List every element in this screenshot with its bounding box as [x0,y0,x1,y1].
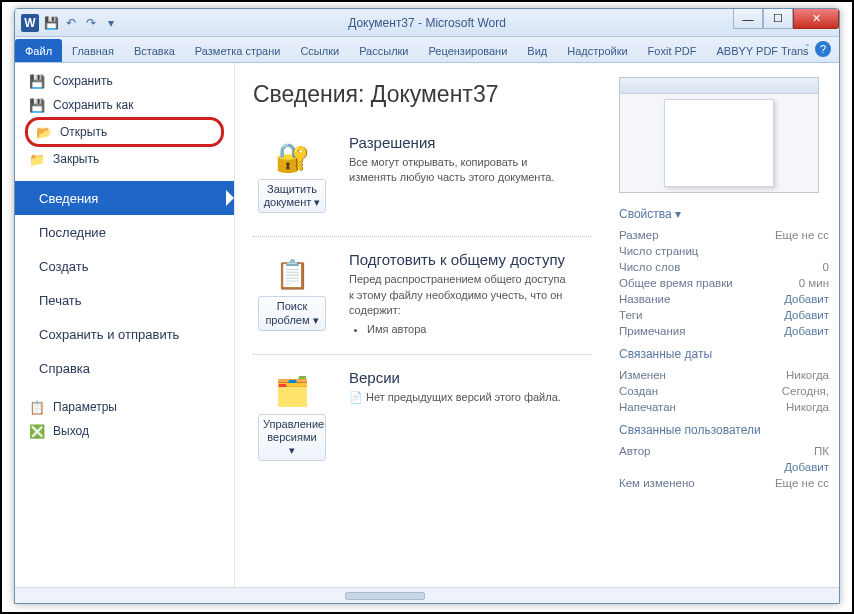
backstage-menu: 💾Сохранить 💾Сохранить как 📂Открыть 📁Закр… [15,63,235,603]
tab-insert[interactable]: Вставка [124,39,185,62]
save-icon: 💾 [29,73,45,89]
prepare-title: Подготовить к общему доступу [349,251,569,268]
titlebar: W 💾 ↶ ↷ ▾ Документ37 - Microsoft Word — … [15,9,839,37]
add-title-link[interactable]: Добавит [784,293,829,305]
word-app-icon: W [21,14,39,32]
check-issues-button[interactable]: 📋 Поиск проблем ▾ [253,251,331,335]
properties-panel: Свойства ▾ РазмерЕще не сс Число страниц… [609,63,839,603]
menu-options[interactable]: 📋Параметры [15,395,234,419]
options-icon: 📋 [29,399,45,415]
prepare-bullet: Имя автора [367,323,569,335]
properties-heading[interactable]: Свойства ▾ [619,207,829,221]
horizontal-scrollbar[interactable] [15,587,839,603]
add-comments-link[interactable]: Добавит [784,325,829,337]
tab-foxit[interactable]: Foxit PDF [638,39,707,62]
qat-save-icon[interactable]: 💾 [43,15,59,31]
lock-icon: 🔐 [274,139,310,175]
tab-home[interactable]: Главная [62,39,124,62]
versions-icon: 🗂️ [274,374,310,410]
tab-page-layout[interactable]: Разметка страни [185,39,291,62]
manage-versions-button[interactable]: 🗂️ Управление версиями ▾ [253,369,331,467]
menu-close[interactable]: 📁Закрыть [15,147,234,171]
close-button[interactable]: ✕ [793,9,839,29]
menu-info[interactable]: Сведения [15,181,234,215]
tab-view[interactable]: Вид [517,39,557,62]
permissions-body: Все могут открывать, копировать и изменя… [349,155,569,186]
add-tags-link[interactable]: Добавит [784,309,829,321]
maximize-button[interactable]: ☐ [763,9,793,29]
tab-mailings[interactable]: Рассылки [349,39,418,62]
menu-new[interactable]: Создать [15,249,234,283]
menu-recent[interactable]: Последние [15,215,234,249]
exit-icon: ❎ [29,423,45,439]
tab-addins[interactable]: Надстройки [557,39,637,62]
tab-abbyy[interactable]: ABBYY PDF Trans [707,39,819,62]
checklist-icon: 📋 [274,256,310,292]
protect-document-button[interactable]: 🔐 Защитить документ ▾ [253,134,331,218]
permissions-title: Разрешения [349,134,569,151]
help-icon[interactable]: ? [815,41,831,57]
tab-references[interactable]: Ссылки [290,39,349,62]
document-preview [619,77,819,193]
tab-file[interactable]: Файл [15,39,62,62]
versions-title: Версии [349,369,561,386]
ribbon-collapse-icon[interactable]: ˆ [806,44,809,55]
menu-print[interactable]: Печать [15,283,234,317]
add-author-link[interactable]: Добавит [784,461,829,473]
ribbon-tabs: Файл Главная Вставка Разметка страни Ссы… [15,37,839,63]
app-window: W 💾 ↶ ↷ ▾ Документ37 - Microsoft Word — … [14,8,840,604]
folder-close-icon: 📁 [29,151,45,167]
related-people-heading: Связанные пользователи [619,423,829,437]
menu-share[interactable]: Сохранить и отправить [15,317,234,351]
versions-body: 📄 Нет предыдущих версий этого файла. [349,390,561,405]
menu-help[interactable]: Справка [15,351,234,385]
backstage-view: 💾Сохранить 💾Сохранить как 📂Открыть 📁Закр… [15,63,839,603]
quick-access-toolbar: W 💾 ↶ ↷ ▾ [15,14,119,32]
related-dates-heading: Связанные даты [619,347,829,361]
menu-open[interactable]: 📂Открыть [25,117,224,147]
window-title: Документ37 - Microsoft Word [348,16,506,30]
save-as-icon: 💾 [29,97,45,113]
menu-exit[interactable]: ❎Выход [15,419,234,443]
menu-save-as[interactable]: 💾Сохранить как [15,93,234,117]
prepare-section: 📋 Поиск проблем ▾ Подготовить к общему д… [253,243,591,354]
qat-dropdown-icon[interactable]: ▾ [103,15,119,31]
minimize-button[interactable]: — [733,9,763,29]
versions-section: 🗂️ Управление версиями ▾ Версии 📄 Нет пр… [253,361,591,485]
folder-open-icon: 📂 [36,124,52,140]
menu-save[interactable]: 💾Сохранить [15,69,234,93]
info-heading: Сведения: Документ37 [253,81,591,108]
prepare-body: Перед распространением общего доступа к … [349,272,569,318]
info-panel: Сведения: Документ37 🔐 Защитить документ… [235,63,609,603]
qat-undo-icon[interactable]: ↶ [63,15,79,31]
permissions-section: 🔐 Защитить документ ▾ Разрешения Все мог… [253,126,591,237]
tab-review[interactable]: Рецензировани [419,39,518,62]
qat-redo-icon[interactable]: ↷ [83,15,99,31]
